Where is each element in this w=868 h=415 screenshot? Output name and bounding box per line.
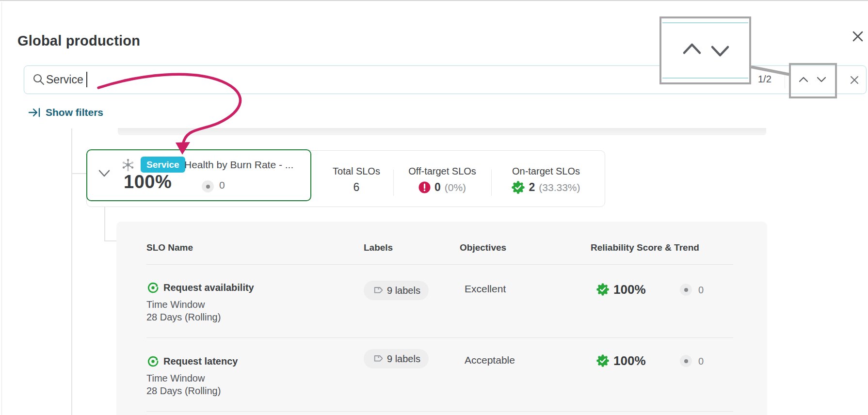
- tag-icon: [372, 353, 383, 364]
- text-caret: [86, 72, 87, 87]
- stat-on-target-slos: On-target SLOs 2 (33.33%): [498, 166, 594, 194]
- service-trend-count: 0: [219, 179, 225, 191]
- slo-table-panel: SLO Name Labels Objectives Reliability S…: [116, 222, 767, 415]
- close-icon[interactable]: [851, 30, 865, 43]
- divider: [146, 337, 733, 338]
- collapse-chevron-icon[interactable]: [98, 170, 110, 177]
- seal-check-icon: [596, 283, 609, 296]
- tree-line: [71, 173, 86, 174]
- magnified-border-line: [662, 78, 748, 79]
- service-name[interactable]: Health by Burn Rate - ...: [184, 159, 293, 171]
- page-title: Global production: [17, 33, 140, 49]
- tag-icon: [372, 285, 383, 296]
- show-filters-link[interactable]: Show filters: [28, 107, 103, 118]
- time-window-value: 28 Days (Rolling): [146, 312, 221, 323]
- slo-target-icon: [147, 355, 159, 367]
- seal-check-icon: [596, 354, 609, 367]
- clear-search-icon[interactable]: [850, 76, 859, 84]
- show-filters-label: Show filters: [46, 107, 103, 118]
- tree-line: [71, 128, 72, 415]
- stat-value: 2: [529, 181, 535, 194]
- search-match-highlight[interactable]: [86, 149, 311, 201]
- divider: [146, 264, 733, 265]
- column-header-labels: Labels: [364, 242, 393, 253]
- slo-name[interactable]: Request latency: [163, 356, 238, 367]
- next-match-icon-magnified: [710, 45, 730, 58]
- service-type-badge-label: Service: [146, 160, 179, 170]
- stat-value: 0: [434, 181, 441, 194]
- stat-total-slos: Total SLOs 6: [320, 166, 393, 194]
- slo-target-icon: [147, 282, 159, 294]
- divider: [146, 411, 733, 412]
- reliability-score: 100%: [613, 282, 646, 297]
- search-icon: [32, 73, 46, 86]
- labels-pill[interactable]: 9 labels: [364, 349, 429, 368]
- column-header-slo-name: SLO Name: [146, 242, 193, 253]
- trend-dot-pill: [202, 180, 214, 192]
- stat-label: Total SLOs: [320, 166, 393, 177]
- column-header-objectives: Objectives: [460, 242, 506, 253]
- time-window-label: Time Window: [146, 373, 205, 384]
- modal-left-edge: [1, 2, 2, 415]
- column-header-score-trend: Reliability Score & Trend: [591, 242, 699, 253]
- objective-value: Acceptable: [465, 354, 515, 366]
- stat-label: On-target SLOs: [498, 166, 594, 177]
- slo-tree-modal: Global production 1/2: [0, 0, 868, 415]
- stat-value: 6: [354, 181, 360, 194]
- stat-percent: (0%): [445, 182, 466, 193]
- alert-circle-icon: [418, 181, 431, 193]
- stat-off-target-slos: Off-target SLOs 0 (0%): [401, 166, 484, 194]
- objective-value: Excellent: [465, 283, 506, 295]
- labels-count: 9 labels: [387, 285, 420, 296]
- service-type-badge: Service: [141, 157, 185, 173]
- search-input[interactable]: [46, 71, 192, 88]
- service-node-icon: [122, 158, 134, 172]
- divider: [785, 72, 785, 88]
- trend-dot-pill: [680, 284, 692, 296]
- trend-count: 0: [698, 285, 704, 296]
- arrow-to-bar-icon: [28, 107, 41, 118]
- labels-pill[interactable]: 9 labels: [364, 281, 429, 300]
- previous-panel-edge: [118, 128, 766, 135]
- slo-name[interactable]: Request availability: [163, 282, 254, 293]
- magnified-border-line: [662, 22, 748, 23]
- stat-label: Off-target SLOs: [401, 166, 484, 177]
- trend-count: 0: [698, 356, 704, 367]
- previous-match-icon-magnified: [682, 42, 702, 55]
- divider: [491, 170, 492, 196]
- tree-line: [104, 240, 116, 241]
- time-window-label: Time Window: [146, 299, 205, 310]
- reliability-score: 100%: [613, 353, 646, 368]
- zoom-callout-box: [659, 16, 751, 84]
- trend-dot-pill: [680, 355, 692, 367]
- labels-count: 9 labels: [387, 353, 420, 365]
- stat-percent: (33.33%): [539, 182, 580, 193]
- time-window-value: 28 Days (Rolling): [146, 385, 221, 397]
- service-score: 100%: [124, 172, 172, 192]
- match-counter: 1/2: [758, 74, 772, 85]
- seal-check-icon: [512, 181, 525, 194]
- zoom-target-frame: [789, 63, 837, 98]
- divider: [393, 170, 394, 196]
